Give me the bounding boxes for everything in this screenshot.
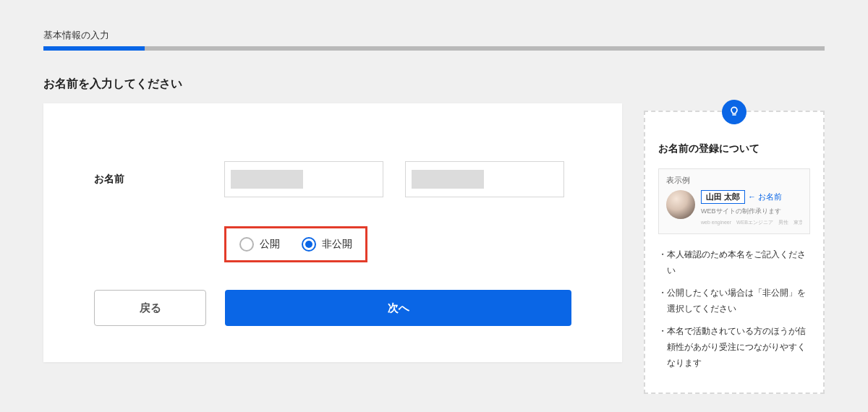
help-tip: 本人確認のため本名をご記入ください <box>658 247 810 278</box>
name-label: お名前 <box>94 173 224 186</box>
help-title: お名前の登録について <box>658 142 810 155</box>
progress-step-label: 基本情報の入力 <box>43 29 825 42</box>
help-tip-list: 本人確認のため本名をご記入ください 公開したくない場合は「非公開」を選択してくだ… <box>658 247 810 371</box>
help-tip: 本名で活動されている方のほうが信頼性があがり受注につながりやすくなります <box>658 324 810 371</box>
avatar-icon <box>666 190 695 219</box>
example-name-tag: 山田 太郎 <box>701 190 745 204</box>
example-subtitle: WEBサイトの制作承ります <box>701 207 802 216</box>
input-placeholder-block <box>412 170 484 189</box>
back-button[interactable]: 戻る <box>94 290 206 326</box>
example-caption: 表示例 <box>666 175 802 186</box>
visibility-radio-group-highlight: 公開 非公開 <box>224 226 367 262</box>
radio-unchecked-icon <box>239 237 254 252</box>
radio-public[interactable]: 公開 <box>239 237 280 252</box>
example-pointer: ← お名前 <box>748 192 782 202</box>
last-name-input[interactable] <box>224 161 383 197</box>
radio-checked-icon <box>302 237 316 252</box>
lightbulb-icon <box>722 100 746 124</box>
input-placeholder-block <box>231 170 303 189</box>
example-tags: web engineer WEBエンジニア 男性 東京都 <box>701 219 802 226</box>
first-name-input[interactable] <box>405 161 564 197</box>
help-tip: 公開したくない場合は「非公開」を選択してください <box>658 286 810 317</box>
display-example-box: 表示例 山田 太郎 ← お名前 WEBサイトの制作承ります web engine… <box>658 168 810 234</box>
progress-bar <box>43 46 825 51</box>
page-title: お名前を入力してください <box>43 77 825 92</box>
help-panel: お名前の登録について 表示例 山田 太郎 ← お名前 WEBサイトの制作承ります… <box>644 111 825 394</box>
next-button[interactable]: 次へ <box>225 290 571 326</box>
radio-private-label: 非公開 <box>322 238 352 251</box>
progress-bar-fill <box>43 46 145 51</box>
radio-public-label: 公開 <box>260 238 280 251</box>
form-card: お名前 公開 <box>43 103 622 362</box>
radio-private[interactable]: 非公開 <box>302 237 352 252</box>
